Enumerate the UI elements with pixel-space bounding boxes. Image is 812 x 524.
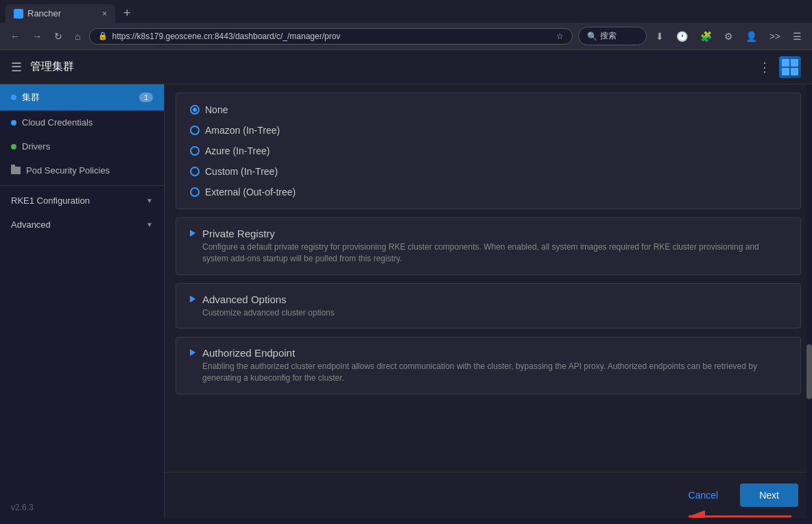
sidebar-section-advanced[interactable]: Advanced ▼ — [0, 213, 164, 237]
version-text: v2.6.3 — [11, 503, 34, 512]
menu-icon[interactable]: ☰ — [789, 29, 805, 43]
private-registry-header[interactable]: Private Registry Configure a default pri… — [176, 218, 800, 274]
advanced-options-header[interactable]: Advanced Options Customize advanced clus… — [176, 284, 800, 329]
tab-title: Rancher — [27, 8, 61, 19]
advanced-chevron-icon: ▼ — [146, 221, 153, 228]
radio-amazon-label: Amazon (In-Tree) — [205, 125, 280, 136]
radio-external-circle — [190, 187, 200, 197]
advanced-options-expand-icon — [190, 296, 195, 302]
private-registry-expand-icon — [190, 230, 195, 237]
radio-external[interactable]: External (Out-of-tree) — [190, 187, 787, 198]
app-title: 管理集群 — [30, 60, 74, 74]
content-area: None Amazon (In-Tree) Azure (In-Tree) — [165, 84, 812, 472]
cloud-credentials-dot-icon — [11, 120, 16, 126]
authorized-endpoint-card: Authorized Endpoint Enabling the authori… — [176, 337, 801, 394]
arrow-svg — [675, 503, 798, 518]
sidebar-item-pod-security-policies[interactable]: Pod Security Policies — [0, 158, 164, 182]
tab-close-button[interactable]: × — [102, 9, 107, 19]
home-button[interactable]: ⌂ — [71, 29, 84, 43]
radio-custom-circle — [190, 167, 200, 176]
advanced-options-title: Advanced Options — [202, 294, 335, 305]
drivers-dot-icon — [11, 144, 16, 150]
download-icon[interactable]: ⬇ — [652, 29, 667, 43]
active-tab[interactable]: Rancher × — [5, 4, 115, 23]
sidebar-item-cloud-credentials[interactable]: Cloud Credentials — [0, 110, 164, 134]
clusters-badge: 1 — [139, 93, 153, 102]
clusters-dot-icon — [11, 95, 16, 100]
private-registry-card: Private Registry Configure a default pri… — [176, 217, 801, 275]
settings-icon[interactable]: ⚙ — [721, 29, 737, 43]
arrow-annotation — [675, 503, 798, 518]
new-tab-button[interactable]: + — [118, 6, 136, 21]
sidebar-item-drivers[interactable]: Drivers — [0, 134, 164, 158]
browser-chrome: Rancher × + ← → ↻ ⌂ 🔒 https://k8s179.geo… — [0, 0, 812, 50]
advanced-section-label: Advanced — [11, 219, 51, 230]
tab-bar: Rancher × + — [0, 0, 812, 23]
search-placeholder: 搜索 — [600, 30, 617, 42]
radio-amazon[interactable]: Amazon (In-Tree) — [190, 125, 787, 136]
sidebar-label-drivers: Drivers — [22, 141, 50, 152]
hamburger-icon[interactable]: ☰ — [11, 60, 22, 75]
authorized-endpoint-title: Authorized Endpoint — [202, 347, 787, 359]
cloud-provider-radio-group: None Amazon (In-Tree) Azure (In-Tree) — [190, 104, 787, 198]
history-icon[interactable]: 🕐 — [673, 29, 691, 43]
nav-bar: ← → ↻ ⌂ 🔒 https://k8s179.geoscene.cn:844… — [0, 23, 812, 49]
lock-icon: 🔒 — [98, 32, 108, 40]
footer: Cancel Next — [165, 472, 812, 518]
sidebar-section-rke1[interactable]: RKE1 Configuration ▼ — [0, 189, 164, 213]
radio-none[interactable]: None — [190, 104, 787, 115]
radio-azure-label: Azure (In-Tree) — [205, 145, 270, 156]
radio-custom[interactable]: Custom (In-Tree) — [190, 166, 787, 177]
refresh-button[interactable]: ↻ — [51, 29, 66, 43]
authorized-endpoint-content: Authorized Endpoint Enabling the authori… — [202, 347, 787, 384]
radio-none-label: None — [205, 104, 228, 115]
search-bar[interactable]: 🔍 搜索 — [578, 27, 647, 45]
main-content: None Amazon (In-Tree) Azure (In-Tree) — [165, 84, 812, 518]
authorized-endpoint-expand-icon — [190, 349, 195, 356]
private-registry-content: Private Registry Configure a default pri… — [202, 228, 787, 265]
advanced-options-card: Advanced Options Customize advanced clus… — [176, 283, 801, 329]
advanced-options-content: Advanced Options Customize advanced clus… — [202, 294, 335, 319]
sidebar-item-clusters[interactable]: 集群 1 — [0, 84, 164, 110]
cloud-provider-section: None Amazon (In-Tree) Azure (In-Tree) — [176, 93, 801, 209]
authorized-endpoint-header[interactable]: Authorized Endpoint Enabling the authori… — [176, 337, 800, 394]
sidebar-label-cloud-credentials: Cloud Credentials — [22, 117, 93, 128]
address-url: https://k8s179.geoscene.cn:8443/dashboar… — [112, 32, 551, 41]
private-registry-desc: Configure a default private registry for… — [202, 241, 787, 265]
sidebar-label-pod-security: Pod Security Policies — [26, 165, 110, 176]
radio-azure-circle — [190, 146, 200, 156]
header-dots-icon[interactable]: ⋮ — [759, 60, 771, 75]
forward-button[interactable]: → — [29, 29, 45, 43]
scrollbar-track[interactable] — [807, 84, 812, 518]
sidebar: 集群 1 Cloud Credentials Drivers Pod Secur… — [0, 84, 165, 518]
radio-none-circle — [190, 105, 200, 115]
rke1-chevron-icon: ▼ — [146, 197, 153, 204]
search-icon: 🔍 — [587, 32, 597, 41]
sidebar-divider — [0, 185, 164, 186]
back-button[interactable]: ← — [7, 29, 23, 43]
extensions-icon[interactable]: 🧩 — [697, 29, 715, 43]
bookmark-icon: ☆ — [556, 32, 564, 41]
more-icon[interactable]: >> — [766, 29, 784, 43]
address-bar[interactable]: 🔒 https://k8s179.geoscene.cn:8443/dashbo… — [89, 28, 572, 45]
radio-amazon-circle — [190, 126, 200, 135]
authorized-endpoint-desc: Enabling the authorized cluster endpoint… — [202, 361, 787, 384]
radio-custom-label: Custom (In-Tree) — [205, 166, 278, 177]
private-registry-title: Private Registry — [202, 228, 787, 239]
advanced-options-desc: Customize advanced cluster options — [202, 307, 335, 319]
profile-icon[interactable]: 👤 — [742, 29, 761, 43]
tab-favicon — [14, 9, 23, 19]
app-header: ☰ 管理集群 ⋮ — [0, 50, 812, 84]
pod-security-folder-icon — [11, 167, 21, 174]
sidebar-label-clusters: 集群 — [22, 91, 40, 104]
rke1-section-label: RKE1 Configuration — [11, 195, 90, 206]
header-actions: ⋮ — [759, 56, 801, 78]
avatar[interactable] — [779, 56, 801, 78]
radio-azure[interactable]: Azure (In-Tree) — [190, 145, 787, 156]
scrollbar-thumb[interactable] — [807, 344, 812, 399]
radio-external-label: External (Out-of-tree) — [205, 187, 296, 198]
